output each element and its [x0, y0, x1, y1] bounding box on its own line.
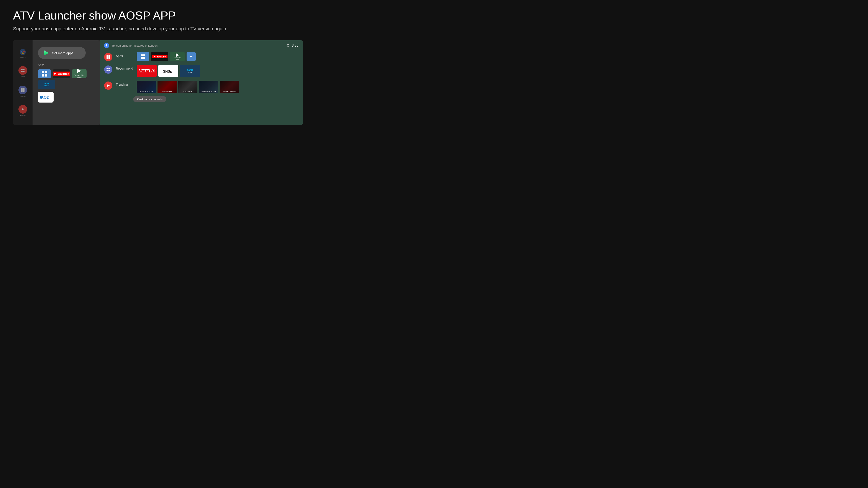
- yt-text: YouTube: [157, 56, 165, 58]
- apps-section-grid-icon: [106, 55, 111, 59]
- gp-triangle-icon: [77, 69, 82, 73]
- svg-rect-28: [141, 55, 143, 56]
- recommend-grid-icon: [21, 88, 25, 92]
- svg-point-1: [21, 51, 22, 53]
- prime-video-logo: prime video: [187, 69, 193, 73]
- header-right: ⚙ 3:36: [286, 43, 299, 48]
- svg-rect-5: [23, 69, 25, 70]
- app-icon-kodi[interactable]: KODI: [38, 92, 54, 102]
- apps-section-text: Apps: [116, 52, 133, 58]
- recom-label: Recom: [20, 95, 26, 97]
- thumb-label-4: OFFICIAL TRAILER 2: [199, 91, 218, 92]
- kodi-logo-icon: KODI: [40, 94, 51, 100]
- trending-thumb-3[interactable]: HIGHLIGHTS: [178, 80, 197, 93]
- svg-marker-33: [176, 53, 179, 57]
- svg-marker-13: [44, 50, 49, 56]
- apps-grid: YouTube Google PlayStore: [38, 69, 94, 89]
- recommend-prime[interactable]: prime video: [180, 65, 200, 77]
- svg-rect-14: [42, 71, 44, 73]
- recommend-netflix[interactable]: NETFLIX: [137, 65, 157, 77]
- gear-icon[interactable]: ⚙: [286, 43, 290, 48]
- svg-rect-16: [42, 74, 44, 76]
- youtube-play-icon: [21, 108, 25, 110]
- svg-rect-22: [106, 44, 107, 46]
- svg-text:KODI: KODI: [41, 95, 51, 99]
- yt-logo: YouTube: [152, 55, 167, 58]
- customize-channels-button[interactable]: Customize channels: [133, 96, 166, 102]
- search-label: Search: [20, 56, 26, 59]
- search-placeholder: Try searching for "pictures of London": [112, 44, 159, 47]
- grid-icon: [41, 70, 48, 77]
- svg-rect-34: [106, 68, 108, 69]
- svg-rect-26: [106, 57, 108, 59]
- sidebar-item-apps: Apps: [19, 66, 27, 78]
- atv-app-grid[interactable]: [137, 52, 149, 61]
- get-more-button[interactable]: Get more apps: [38, 47, 86, 59]
- prime-logo: primevideo: [44, 83, 50, 87]
- sidebar-item-youtube: Recom: [19, 105, 27, 117]
- play-store-icon: [43, 50, 49, 56]
- svg-marker-19: [77, 69, 81, 73]
- mic-icon[interactable]: [104, 43, 109, 48]
- svg-marker-39: [107, 84, 110, 87]
- sidebar-item-search: Search: [19, 48, 26, 59]
- svg-rect-6: [21, 71, 23, 72]
- yt-triangle: [154, 56, 156, 58]
- sidebar-item-recommend: Recom: [19, 86, 27, 97]
- gp-icon: [176, 53, 179, 57]
- youtube-logo: YouTube: [53, 71, 70, 76]
- recommend-icon: [19, 86, 27, 94]
- recommend-section-circle: [104, 65, 113, 74]
- atv-add-app-button[interactable]: +: [187, 52, 196, 61]
- svg-rect-9: [23, 88, 25, 90]
- thumb-label-3: HIGHLIGHTS: [179, 91, 197, 92]
- svg-rect-17: [45, 74, 47, 76]
- apps-section-content: YouTube Google PlayStore +: [137, 52, 196, 61]
- prime-text: prime: [187, 69, 193, 71]
- svg-point-3: [22, 53, 24, 54]
- trending-thumb-1[interactable]: OFFICIAL TRAILER: [137, 80, 156, 93]
- svg-rect-25: [108, 55, 110, 57]
- youtube-trending-icon: [106, 84, 110, 87]
- svg-rect-35: [108, 68, 110, 69]
- svg-point-2: [23, 51, 25, 53]
- trending-thumb-2[interactable]: OPPENKEINES: [157, 80, 177, 93]
- app-icon-apps-grid[interactable]: [38, 69, 51, 78]
- svg-rect-29: [143, 55, 145, 56]
- youtube-sidebar-icon: [19, 105, 27, 113]
- apps-section-label: Apps: [38, 63, 94, 67]
- get-more-label: Get more apps: [52, 51, 73, 55]
- recommend-section-content: NETFLIX SNSp prime video: [137, 65, 200, 77]
- atv-header: Try searching for "pictures of London" ⚙…: [100, 40, 303, 51]
- svg-rect-27: [108, 57, 110, 59]
- svg-rect-31: [143, 57, 145, 59]
- atv-app-youtube[interactable]: YouTube: [151, 52, 168, 61]
- svg-rect-15: [45, 71, 47, 73]
- snsp-logo: SNSp: [162, 67, 175, 75]
- recommend-section-text: Recommend: [116, 65, 133, 70]
- screenshot-right: Try searching for "pictures of London" ⚙…: [100, 40, 303, 125]
- search-bar: Try searching for "pictures of London": [104, 43, 159, 48]
- thumb-label-5: OFFICIAL TRAILER: [220, 91, 239, 92]
- yt-play-triangle: [54, 73, 57, 75]
- thumb-label-2: OPPENKEINES: [158, 91, 176, 92]
- trending-section-content: OFFICIAL TRAILER OPPENKEINES HIGHLIGHTS: [137, 80, 239, 93]
- svg-rect-8: [21, 88, 23, 90]
- app-icon-youtube[interactable]: YouTube: [53, 69, 70, 78]
- svg-rect-7: [23, 71, 25, 72]
- trending-thumb-5[interactable]: OFFICIAL TRAILER: [220, 80, 239, 93]
- atv-app-playstore[interactable]: Google PlayStore: [170, 52, 185, 61]
- microphone-icon: [105, 44, 108, 47]
- recommend-snsp[interactable]: SNSp: [158, 65, 178, 77]
- trending-thumb-4[interactable]: OFFICIAL TRAILER 2: [199, 80, 218, 93]
- svg-rect-11: [23, 90, 25, 92]
- svg-marker-32: [154, 56, 156, 58]
- app-icon-prime[interactable]: primevideo: [38, 80, 55, 89]
- app-icon-google-play[interactable]: Google PlayStore: [72, 69, 87, 78]
- svg-text:SNSp: SNSp: [163, 70, 172, 73]
- gp-store-label: Google PlayStore: [174, 57, 181, 60]
- apps-grid-icon: [21, 68, 25, 73]
- clock-display: 3:36: [292, 43, 299, 47]
- page-wrapper: ATV Launcher show AOSP APP Support your …: [0, 0, 316, 178]
- sidebar-left: Search Apps: [13, 40, 33, 125]
